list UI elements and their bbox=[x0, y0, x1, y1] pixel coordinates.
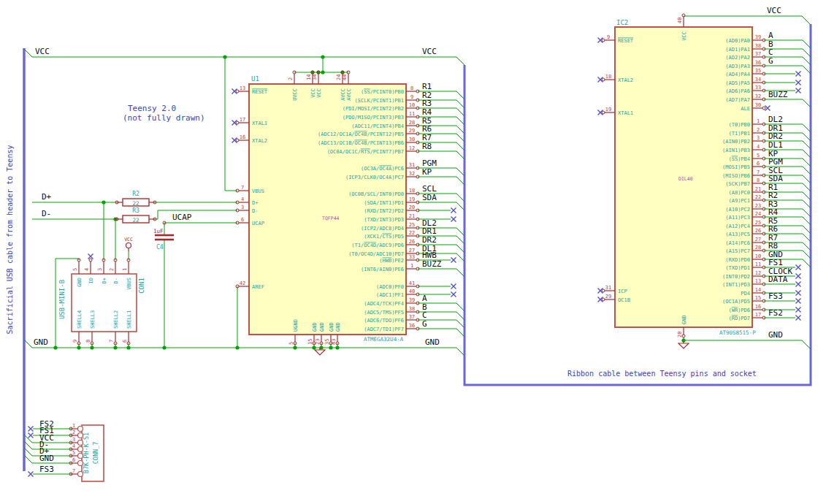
junction-dot bbox=[162, 345, 166, 349]
bus-entry bbox=[803, 243, 811, 251]
pin-number: 7 bbox=[241, 185, 244, 191]
resistor-ref: R3 bbox=[132, 207, 139, 214]
chip-ref: IC2 bbox=[616, 19, 628, 26]
pin-name: (A13)PC5 bbox=[725, 232, 750, 237]
no-connect-x-icon bbox=[451, 292, 456, 297]
gnd-symbol-icon bbox=[315, 350, 325, 355]
pin-name: (AD4)PA4 bbox=[725, 72, 750, 77]
no-connect-x-icon bbox=[28, 472, 34, 477]
no-connect-x-icon bbox=[796, 308, 801, 313]
pin-number: 14 bbox=[306, 75, 312, 80]
no-connect-x-icon bbox=[28, 433, 34, 438]
net-label-vcc: VCC bbox=[767, 6, 781, 15]
bus-entry bbox=[456, 253, 464, 261]
pin-number: 24 bbox=[755, 211, 761, 217]
connector-ref: CON1 bbox=[138, 278, 145, 294]
bus-entry bbox=[456, 303, 464, 311]
pin-name: (RXD/INT2)PD2 bbox=[364, 208, 404, 214]
pin-number: 18 bbox=[605, 74, 611, 80]
net-label: DATA bbox=[768, 275, 788, 284]
pin-name: ALE bbox=[741, 106, 750, 112]
pin-name: GND bbox=[312, 322, 318, 332]
pin-number: 17 bbox=[240, 117, 245, 123]
pin-end-circle bbox=[89, 259, 92, 261]
pin-number: 22 bbox=[755, 194, 761, 200]
bus-entry bbox=[456, 177, 464, 185]
pin-name: (AD5)PA5 bbox=[725, 80, 750, 86]
pin-name: (ADC12/OC1A/OC4B/PCINT12)PB5 bbox=[318, 131, 404, 137]
pin-name: (OC0B/SCL/INT0)PD0 bbox=[348, 191, 404, 197]
net-label: BUZZ bbox=[768, 90, 788, 99]
wire bbox=[155, 210, 237, 219]
pin-name: XTAL1 bbox=[252, 121, 267, 126]
pin-name: (PDI/MOSI/PCINT2)PB2 bbox=[343, 106, 404, 112]
pin-number: 43 bbox=[331, 339, 337, 345]
junction-dot bbox=[321, 70, 324, 74]
pin-number: 27 bbox=[409, 248, 415, 253]
pin-name: UCAP bbox=[252, 221, 264, 226]
junction-dot bbox=[329, 345, 332, 349]
net-label-gnd: GND bbox=[425, 337, 440, 347]
pin-name: D- bbox=[113, 278, 119, 283]
bus-entry bbox=[456, 194, 464, 202]
bus-entry bbox=[456, 126, 464, 134]
pin-name: (SDA/INT1)PD1 bbox=[364, 200, 404, 206]
pin-number: 12 bbox=[755, 270, 761, 276]
pin-number: 5 bbox=[757, 153, 760, 159]
pin-name: AREF bbox=[252, 284, 264, 290]
pin-name: VCC bbox=[310, 88, 316, 98]
pin-name: (ICP3/CLK0/OC4A)PC7 bbox=[345, 175, 404, 180]
pin-name: (SS/PCINT0)PB0 bbox=[361, 89, 404, 95]
bus-entry bbox=[456, 134, 464, 142]
chip-value: AT90S8515-P bbox=[719, 329, 756, 336]
no-connect-x-icon bbox=[796, 72, 801, 77]
resistor-value: 22 bbox=[132, 200, 139, 207]
pin-name: GND bbox=[319, 322, 325, 332]
chip-value: ATMEGA32U4-A bbox=[364, 336, 404, 343]
pin-number: 4 bbox=[72, 443, 75, 449]
pin-name: PD4 bbox=[741, 291, 750, 297]
net-label-vcc: VCC bbox=[35, 47, 50, 56]
pin-name: D- bbox=[252, 208, 258, 214]
chip-ref: U1 bbox=[251, 75, 259, 83]
bus-entry bbox=[803, 124, 811, 132]
pin-number: 38 bbox=[409, 306, 415, 312]
note-teensy-2: (not fully drawn) bbox=[123, 113, 205, 123]
pin-name: XTAL2 bbox=[618, 77, 633, 83]
connector-value: USB-MINI-B bbox=[58, 280, 66, 319]
bus-entry bbox=[456, 142, 464, 150]
pin-number: 7 bbox=[109, 340, 115, 343]
pin-number: 2 bbox=[757, 127, 760, 133]
bus-entry bbox=[456, 348, 464, 356]
net-label: G bbox=[422, 319, 427, 329]
pin-name: AVCC bbox=[340, 88, 346, 101]
chip-footprint: TQFP44 bbox=[322, 215, 340, 221]
pin-name: (A9)PC1 bbox=[728, 198, 750, 204]
pin-number: 23 bbox=[755, 203, 761, 209]
pin-number: 2 bbox=[72, 429, 75, 435]
pin-name: (WR)PD6 bbox=[728, 308, 750, 313]
pin-name: (INT0)PD2 bbox=[722, 274, 750, 280]
no-connect-x-icon bbox=[796, 274, 801, 279]
junction-dot bbox=[102, 200, 105, 204]
bus-entry bbox=[456, 228, 464, 236]
bus-entry bbox=[803, 167, 811, 175]
pin-name: D+ bbox=[102, 278, 107, 283]
pin-number: 2 bbox=[288, 77, 294, 80]
pin-number: 20 bbox=[677, 332, 683, 337]
bus-entry bbox=[803, 226, 811, 234]
junction-dot bbox=[235, 345, 239, 349]
bus-entry bbox=[803, 234, 811, 242]
pin-number: 17 bbox=[755, 312, 761, 318]
pin-number: 32 bbox=[755, 93, 761, 99]
pin-name: (T0/OC4D/ADC10)PD7 bbox=[348, 251, 404, 257]
pin-number: 41 bbox=[409, 280, 415, 286]
bus-entry bbox=[803, 183, 811, 191]
junction-dot bbox=[223, 55, 226, 58]
pin-number: 11 bbox=[409, 111, 415, 117]
pin-number: 31 bbox=[605, 285, 611, 291]
bus-entry bbox=[456, 57, 464, 65]
no-connect-x-icon bbox=[796, 265, 801, 270]
pin-number: 14 bbox=[755, 287, 761, 293]
net-label-vcc: VCC bbox=[422, 47, 437, 56]
